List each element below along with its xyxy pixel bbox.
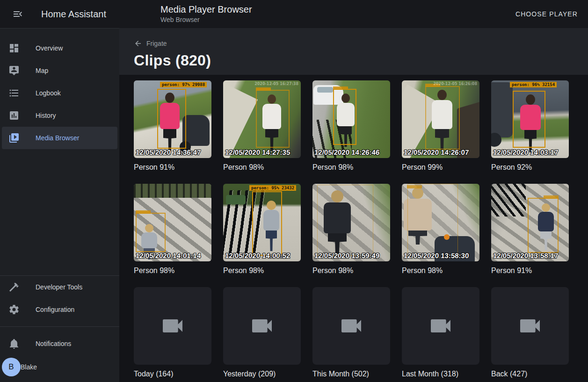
folder-thumbnail[interactable] [402, 287, 479, 365]
folder-card-yesterday-209[interactable]: Yesterday (209) [223, 287, 301, 379]
clip-caption: Person 98% [223, 265, 301, 276]
video-icon [428, 313, 454, 339]
app-shell: OverviewMapLogbookHistoryMedia Browser D… [0, 28, 588, 382]
video-icon [517, 313, 543, 339]
sidebar-spacer [0, 149, 119, 275]
folder-thumbnail[interactable] [223, 287, 301, 365]
folder-card-last-month-318[interactable]: Last Month (318) [402, 287, 479, 379]
detection-bounding-box [256, 90, 290, 148]
clip-caption: Person 91% [491, 265, 569, 276]
arrow-left-icon [134, 39, 142, 48]
folder-card-today-164[interactable]: Today (164) [134, 287, 211, 379]
choose-player-button[interactable]: CHOOSE PLAYER [512, 6, 581, 22]
scene-prop [491, 82, 513, 137]
clip-timestamp-overlay: 12/05/2020 14:01:14 [136, 252, 201, 259]
sidebar-item-label: Media Browser [36, 134, 79, 142]
clip-thumbnail[interactable]: person: 97% 29988 12/05/2020 14:36:47 [134, 80, 211, 158]
sidebar-item-notifications[interactable]: Notifications [2, 332, 117, 355]
clip-thumbnail[interactable]: 12/05/2020 13:58:30 [402, 184, 479, 261]
clip-thumbnail[interactable]: person: 96% 32154 12/05/2020 14:03:17 [491, 80, 569, 158]
notifications-label: Notifications [36, 340, 71, 347]
detection-bounding-box [252, 191, 282, 256]
chart-box-icon [8, 110, 20, 121]
clip-card-12-05-2020-13-59-49[interactable]: 12/05/2020 13:59:49 Person 98% [312, 184, 390, 276]
folder-card-this-month-502[interactable]: This Month (502) [312, 287, 390, 379]
sidebar-item-map[interactable]: Map [2, 59, 117, 82]
sidebar-item-configuration[interactable]: Configuration [2, 298, 117, 321]
hammer-icon [8, 281, 20, 293]
camera-osd-timestamp: 2020-12-05 16:26:08 [433, 82, 477, 86]
clip-thumbnail[interactable]: 12/05/2020 13:58:17 [491, 184, 569, 261]
clip-timestamp-overlay: 12/05/2020 14:26:46 [314, 148, 380, 156]
clip-caption: Person 99% [402, 162, 479, 173]
panel-subtitle[interactable]: Web Browser [160, 16, 252, 23]
detection-bounding-box [407, 184, 458, 258]
panel-title-block: Media Player Browser Web Browser [160, 4, 252, 23]
folder-thumbnail[interactable] [312, 287, 390, 365]
list-bulleted-icon [8, 87, 20, 99]
breadcrumb-label: Frigate [146, 40, 167, 47]
clip-card-12-05-2020-14-26-46[interactable]: 12/05/2020 14:26:46 Person 98% [312, 80, 390, 173]
folder-thumbnail[interactable] [491, 287, 569, 365]
media-grid: person: 97% 29988 12/05/2020 14:36:47 Pe… [134, 80, 579, 379]
view-dashboard-icon [8, 43, 20, 54]
clip-caption: Person 98% [134, 265, 211, 276]
video-icon [160, 313, 186, 339]
sidebar-item-history[interactable]: History [2, 104, 117, 127]
breadcrumb-back[interactable]: Frigate [134, 39, 167, 48]
clip-thumbnail[interactable]: person: 95% 23432 12/05/2020 14:00:52 [223, 184, 301, 261]
sidebar-divider [0, 326, 119, 327]
clip-card-12-05-2020-13-58-30[interactable]: 12/05/2020 13:58:30 Person 98% [402, 184, 479, 276]
detection-bounding-box [513, 91, 545, 148]
clip-caption: Person 92% [491, 162, 569, 173]
clip-thumbnail[interactable]: 12/05/2020 14:26:46 [312, 80, 390, 158]
sidebar-header: Home Assistant [0, 5, 119, 23]
sidebar-item-media-browser[interactable]: Media Browser [2, 127, 117, 149]
account-map-icon [8, 65, 20, 76]
clip-card-12-05-2020-14-36-47[interactable]: person: 97% 29988 12/05/2020 14:36:47 Pe… [134, 80, 211, 173]
media-browser-panel: Frigate Clips (820) person: 97% 29988 12… [119, 28, 588, 382]
sidebar-user-profile[interactable]: B Blake [2, 355, 117, 379]
clip-timestamp-overlay: 12/05/2020 14:03:17 [493, 148, 559, 156]
clip-card-12-05-2020-14-03-17[interactable]: person: 96% 32154 12/05/2020 14:03:17 Pe… [491, 80, 569, 173]
clip-thumbnail[interactable]: 2020-12-05 16:26:08 12/05/2020 14:26:07 [402, 80, 479, 158]
sidebar-item-overview[interactable]: Overview [2, 37, 117, 59]
clip-card-12-05-2020-14-01-14[interactable]: 12/05/2020 14:01:14 Person 98% [134, 184, 211, 276]
folder-card-back-427[interactable]: Back (427) [491, 287, 569, 379]
clip-caption: Person 98% [223, 162, 301, 173]
detection-bounding-box [157, 89, 186, 149]
detection-label: person: 96% 32154 [510, 82, 557, 87]
detection-label: person: 95% 23432 [249, 185, 296, 191]
clip-card-12-05-2020-13-58-17[interactable]: 12/05/2020 13:58:17 Person 91% [491, 184, 569, 276]
gear-icon [8, 304, 20, 315]
clip-thumbnail[interactable]: 2020-12-05 16:27:38 12/05/2020 14:27:35 [223, 80, 301, 158]
sidebar-item-logbook[interactable]: Logbook [2, 82, 117, 104]
clip-thumbnail[interactable]: 12/05/2020 13:59:49 [312, 184, 390, 261]
avatar: B [2, 358, 21, 376]
detection-bounding-box [317, 185, 373, 256]
clip-thumbnail[interactable]: 12/05/2020 14:01:14 [134, 184, 211, 261]
clip-caption: Person 98% [312, 162, 390, 173]
clip-card-12-05-2020-14-00-52[interactable]: person: 95% 23432 12/05/2020 14:00:52 Pe… [223, 184, 301, 276]
panel-title: Media Player Browser [160, 4, 252, 15]
sidebar-item-label: Overview [36, 44, 63, 52]
clip-timestamp-overlay: 12/05/2020 13:58:17 [493, 252, 559, 259]
camera-osd-timestamp: 2020-12-05 16:27:38 [254, 82, 298, 86]
user-name: Blake [21, 363, 37, 371]
clip-card-12-05-2020-14-26-07[interactable]: 2020-12-05 16:26:08 12/05/2020 14:26:07 … [402, 80, 479, 173]
clip-timestamp-overlay: 12/05/2020 13:58:30 [404, 252, 469, 259]
folder-thumbnail[interactable] [134, 287, 211, 365]
clip-card-12-05-2020-14-27-35[interactable]: 2020-12-05 16:27:38 12/05/2020 14:27:35 … [223, 80, 301, 173]
sidebar-tools-items: Developer ToolsConfiguration [0, 276, 119, 321]
detection-bounding-box [333, 89, 356, 145]
detection-bounding-box [425, 86, 460, 150]
video-icon [249, 313, 275, 339]
app-title: Home Assistant [41, 9, 106, 20]
sidebar-item-label: Logbook [36, 89, 61, 97]
folder-caption: Last Month (318) [402, 368, 479, 379]
clip-timestamp-overlay: 12/05/2020 13:59:49 [314, 252, 380, 259]
page-title: Clips (820) [134, 52, 588, 69]
sidebar-main-items: OverviewMapLogbookHistoryMedia Browser [0, 37, 119, 149]
sidebar-item-developer-tools[interactable]: Developer Tools [2, 276, 117, 298]
sidebar-toggle-button[interactable] [8, 5, 27, 23]
